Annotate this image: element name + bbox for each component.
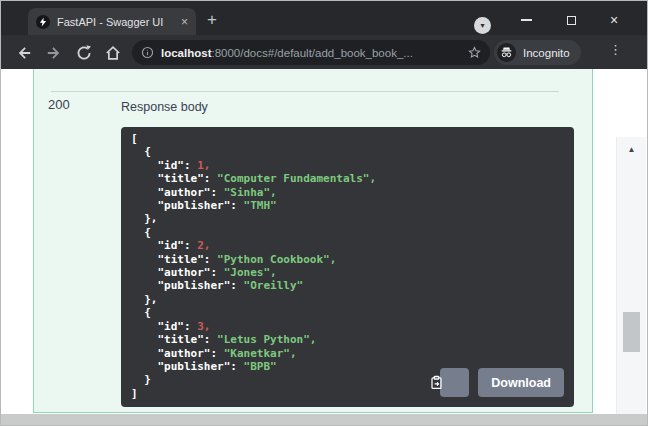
scrollbar-thumb[interactable] (623, 312, 640, 352)
clipboard-icon (429, 345, 481, 407)
url-text[interactable]: localhost:8000/docs#/default/add_book_bo… (161, 47, 461, 59)
tab-search-icon[interactable]: ▾ (474, 17, 491, 34)
close-button[interactable]: × (599, 9, 629, 31)
incognito-icon (497, 43, 516, 62)
maximize-button[interactable] (556, 9, 586, 31)
copy-to-clipboard-button[interactable] (440, 368, 469, 397)
swagger-page: 200 Response body [ { "id": 1, "title": … (1, 69, 647, 416)
response-panel: 200 Response body [ { "id": 1, "title": … (33, 69, 593, 413)
browser-tab[interactable]: FastAPI - Swagger UI × (28, 8, 196, 35)
scroll-up-icon[interactable]: ▲ (617, 145, 646, 154)
tab-title: FastAPI - Swagger UI (57, 16, 174, 28)
incognito-label: Incognito (523, 47, 570, 59)
response-body-code: [ { "id": 1, "title": "Computer Fundamen… (121, 127, 574, 407)
forward-button[interactable] (45, 44, 63, 62)
browser-window: FastAPI - Swagger UI × + ▾ × localhost:8… (0, 0, 648, 426)
bookmark-star-icon[interactable] (468, 46, 481, 59)
url-host: localhost (161, 47, 211, 59)
address-bar[interactable]: localhost:8000/docs#/default/add_book_bo… (132, 40, 490, 65)
minimize-icon (521, 19, 532, 21)
back-button[interactable] (15, 44, 33, 62)
maximize-icon (567, 16, 576, 25)
home-button[interactable] (104, 44, 122, 62)
code-actions: Download (440, 368, 564, 397)
minimize-button[interactable] (511, 9, 541, 31)
download-button[interactable]: Download (478, 368, 564, 397)
tab-strip: FastAPI - Swagger UI × + ▾ × (1, 1, 647, 35)
browser-menu-icon[interactable]: ⋮ (609, 43, 621, 56)
reload-button[interactable] (75, 44, 93, 62)
page-scrollbar[interactable]: ▲ ▼ (616, 137, 646, 426)
site-info-icon[interactable] (141, 46, 154, 59)
responses-divider (51, 91, 559, 92)
incognito-badge: Incognito (494, 40, 581, 65)
window-bottom-edge (1, 414, 647, 425)
status-code: 200 (48, 97, 70, 112)
fastapi-favicon-icon (36, 15, 50, 29)
tab-close-icon[interactable]: × (181, 16, 188, 28)
new-tab-button[interactable]: + (207, 10, 217, 30)
response-json: [ { "id": 1, "title": "Computer Fundamen… (131, 132, 376, 400)
response-body-label: Response body (121, 100, 208, 114)
url-path: :8000/docs#/default/add_book_book_... (211, 47, 412, 59)
